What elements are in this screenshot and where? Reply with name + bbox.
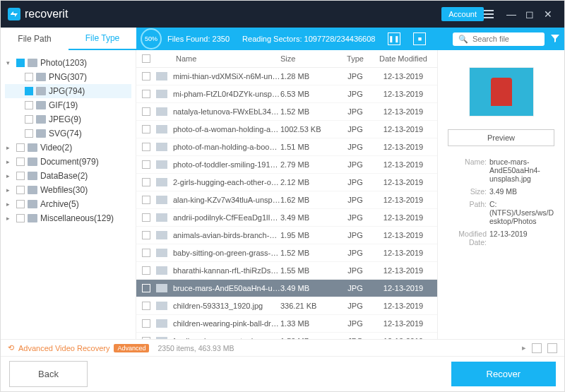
table-row[interactable]: children-wearing-pink-ball-dress-360...1… bbox=[136, 315, 437, 333]
list-body[interactable]: mimi-thian-vdXMSiX-n6M-unsplash.jpg1.28 … bbox=[136, 68, 437, 339]
row-checkbox[interactable] bbox=[142, 213, 150, 222]
file-name: natalya-letunova-FWxEbL34i4Y-unspl... bbox=[173, 107, 280, 116]
folder-icon bbox=[28, 143, 37, 152]
sidebar-item[interactable]: ▸Video(2) bbox=[5, 141, 131, 155]
sidebar-item[interactable]: ▸Miscellaneous(129) bbox=[5, 211, 131, 225]
sidebar-subitem[interactable]: GIF(19) bbox=[5, 98, 131, 112]
checkbox[interactable] bbox=[25, 129, 33, 138]
tree-label: JPEG(9) bbox=[49, 114, 81, 124]
table-row[interactable]: andrii-podilnyk-CfFEeaDg1lI-unsplas...3.… bbox=[136, 209, 437, 227]
sidebar-item[interactable]: ▸Webfiles(30) bbox=[5, 183, 131, 197]
col-date[interactable]: Date Modified bbox=[375, 54, 432, 63]
file-size: 6.53 MB bbox=[280, 90, 335, 98]
col-size[interactable]: Size bbox=[280, 54, 335, 63]
file-date: 12-13-2019 bbox=[375, 284, 432, 292]
row-checkbox[interactable] bbox=[142, 72, 150, 81]
checkbox[interactable] bbox=[16, 214, 25, 222]
row-checkbox[interactable] bbox=[142, 90, 150, 98]
sidebar-item[interactable]: ▸Document(979) bbox=[5, 155, 131, 169]
file-name: 2-girls-hugging-each-other-outdoor-... bbox=[173, 178, 280, 186]
checkbox[interactable] bbox=[16, 172, 25, 180]
row-checkbox[interactable] bbox=[142, 125, 150, 133]
table-row[interactable]: mi-pham-FtZL0r4DZYk-unsplash.jpg6.53 MBJ… bbox=[136, 85, 437, 103]
checkbox[interactable] bbox=[16, 59, 25, 67]
filter-icon[interactable] bbox=[550, 33, 560, 44]
table-row[interactable]: family-using-computer.jpg1.50 MBJPG12-13… bbox=[136, 333, 437, 339]
view-grid-icon[interactable] bbox=[532, 343, 542, 353]
checkbox[interactable] bbox=[25, 73, 33, 81]
row-checkbox[interactable] bbox=[142, 231, 150, 239]
checkbox[interactable] bbox=[25, 101, 33, 109]
table-row[interactable]: bharathi-kannan-rfL-thiRzDs-unspla...1.5… bbox=[136, 262, 437, 280]
col-type[interactable]: Type bbox=[335, 54, 375, 63]
sidebar-item[interactable]: ▾Photo(1203) bbox=[5, 56, 131, 70]
table-row[interactable]: photo-of-man-holding-a-book-92702...1.51… bbox=[136, 138, 437, 156]
minimize-icon[interactable]: — bbox=[502, 8, 521, 20]
row-checkbox[interactable] bbox=[142, 302, 150, 310]
row-checkbox[interactable] bbox=[142, 319, 150, 328]
table-row[interactable]: baby-sitting-on-green-grass-beside-...1.… bbox=[136, 244, 437, 262]
table-row[interactable]: photo-of-toddler-smiling-1912868.jpg2.79… bbox=[136, 156, 437, 174]
sidebar-subitem[interactable]: JPG(794) bbox=[5, 84, 131, 98]
row-checkbox[interactable] bbox=[142, 249, 150, 257]
tab-file-path[interactable]: File Path bbox=[1, 28, 69, 50]
checkbox[interactable] bbox=[16, 158, 25, 166]
row-checkbox[interactable] bbox=[142, 160, 150, 169]
menu-icon[interactable] bbox=[484, 10, 502, 18]
table-row[interactable]: natalya-letunova-FWxEbL34i4Y-unspl...1.5… bbox=[136, 103, 437, 121]
file-size: 3.49 MB bbox=[280, 213, 335, 222]
sidebar-subitem[interactable]: PNG(307) bbox=[5, 70, 131, 84]
col-name[interactable]: Name bbox=[159, 54, 280, 63]
files-found: Files Found: 2350 bbox=[167, 35, 230, 43]
preview-button[interactable]: Preview bbox=[448, 129, 554, 146]
logo-icon bbox=[8, 8, 20, 20]
back-button[interactable]: Back bbox=[9, 361, 88, 387]
maximize-icon[interactable]: ◻ bbox=[521, 8, 539, 20]
table-row[interactable]: photo-of-a-woman-holding-an-ipad-7...100… bbox=[136, 121, 437, 138]
advanced-video-recovery[interactable]: Advanced Video Recovery bbox=[18, 344, 109, 352]
tree-label: Archive(5) bbox=[40, 199, 79, 209]
file-date: 12-13-2019 bbox=[375, 125, 432, 133]
search-input[interactable] bbox=[472, 35, 536, 43]
table-row[interactable]: mimi-thian-vdXMSiX-n6M-unsplash.jpg1.28 … bbox=[136, 68, 437, 85]
table-row[interactable]: alan-king-KZv7w34tluA-unsplash.jpg1.62 M… bbox=[136, 191, 437, 209]
pause-button[interactable]: ❚❚ bbox=[388, 32, 400, 45]
sidebar-item[interactable]: ▸DataBase(2) bbox=[5, 169, 131, 183]
file-size: 1.52 MB bbox=[280, 107, 335, 116]
folder-icon bbox=[28, 200, 37, 208]
tab-file-type[interactable]: File Type bbox=[69, 28, 136, 50]
sidebar-item[interactable]: ▸Archive(5) bbox=[5, 197, 131, 211]
list-header: Name Size Type Date Modified bbox=[136, 50, 437, 68]
file-icon bbox=[156, 266, 167, 275]
file-size: 1.51 MB bbox=[280, 143, 335, 151]
file-list: Name Size Type Date Modified mimi-thian-… bbox=[136, 50, 437, 339]
table-row[interactable]: bruce-mars-AndE50aaHn4-unsplash...3.49 M… bbox=[136, 280, 437, 297]
select-all-checkbox[interactable] bbox=[142, 54, 150, 63]
close-icon[interactable]: ✕ bbox=[539, 8, 557, 20]
checkbox[interactable] bbox=[16, 143, 25, 152]
file-name: photo-of-man-holding-a-book-92702... bbox=[173, 143, 280, 151]
file-date: 12-13-2019 bbox=[375, 319, 432, 328]
checkbox[interactable] bbox=[16, 200, 25, 208]
account-button[interactable]: Account bbox=[441, 7, 484, 21]
checkbox[interactable] bbox=[16, 186, 25, 194]
table-row[interactable]: children-593313_1920.jpg336.21 KBJPG12-1… bbox=[136, 297, 437, 315]
row-checkbox[interactable] bbox=[142, 143, 150, 151]
row-checkbox[interactable] bbox=[142, 284, 150, 292]
recover-button[interactable]: Recover bbox=[451, 362, 556, 386]
sidebar-subitem[interactable]: JPEG(9) bbox=[5, 112, 131, 126]
checkbox[interactable] bbox=[25, 87, 33, 95]
reading-sectors: Reading Sectors: 1097728/234436608 bbox=[242, 35, 375, 43]
checkbox[interactable] bbox=[25, 115, 33, 124]
stop-button[interactable]: ■ bbox=[413, 32, 426, 45]
row-checkbox[interactable] bbox=[142, 178, 150, 186]
search-box[interactable]: 🔍 bbox=[453, 32, 545, 46]
row-checkbox[interactable] bbox=[142, 107, 150, 116]
table-row[interactable]: animals-avian-birds-branch-459326....1.9… bbox=[136, 227, 437, 244]
row-checkbox[interactable] bbox=[142, 266, 150, 275]
row-checkbox[interactable] bbox=[142, 196, 150, 204]
expand-handle-icon[interactable]: ▸ bbox=[522, 343, 526, 352]
table-row[interactable]: 2-girls-hugging-each-other-outdoor-...2.… bbox=[136, 174, 437, 191]
view-list-icon[interactable] bbox=[547, 343, 557, 353]
sidebar-subitem[interactable]: SVG(74) bbox=[5, 126, 131, 141]
